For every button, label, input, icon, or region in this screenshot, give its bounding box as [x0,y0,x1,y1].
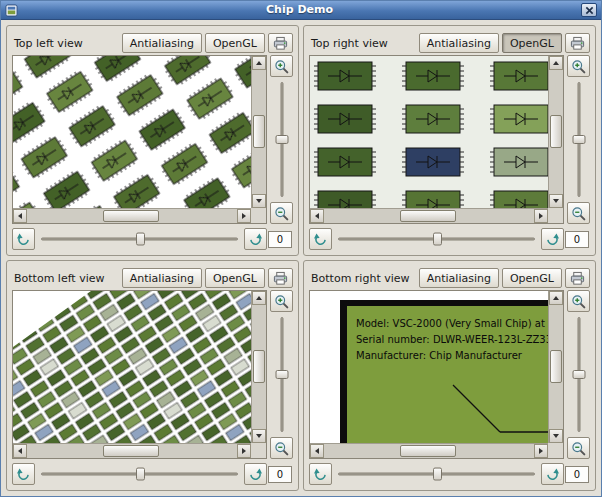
rotate-right-button[interactable] [244,463,267,485]
horizontal-scrollbar[interactable] [13,443,251,458]
rotation-spinbox[interactable]: 0 [565,466,589,483]
horizontal-scroll-thumb[interactable] [400,210,457,222]
opengl-button[interactable]: OpenGL [205,268,265,288]
vertical-scroll-thumb[interactable] [253,350,265,383]
vertical-scroll-thumb[interactable] [550,115,562,148]
opengl-button[interactable]: OpenGL [502,33,562,53]
vertical-scrollbar[interactable] [548,291,563,443]
zoom-out-button[interactable] [567,202,590,224]
vertical-scroll-track[interactable] [252,305,266,429]
scroll-up-button[interactable] [549,291,563,305]
graphics-view[interactable]: Model: VSC-2000 (Very Small Chip) at 9 S… [309,290,564,459]
rotation-spinbox[interactable]: 0 [268,231,292,248]
opengl-button[interactable]: OpenGL [205,33,265,53]
scroll-right-button[interactable] [237,444,251,458]
panel-header: Bottom right view Antialiasing OpenGL [309,266,590,290]
rotate-right-button[interactable] [244,228,267,250]
horizontal-scroll-thumb[interactable] [400,445,457,457]
rotate-right-button[interactable] [541,463,564,485]
graphics-view[interactable] [309,55,564,224]
print-button[interactable] [268,33,293,53]
rotate-slider[interactable] [336,230,537,248]
rotate-left-button[interactable] [309,228,332,250]
horizontal-scrollbar[interactable] [13,208,251,223]
zoom-out-button[interactable] [567,437,590,459]
scroll-up-button[interactable] [252,56,266,70]
horizontal-scrollbar[interactable] [310,208,548,223]
scroll-right-button[interactable] [534,209,548,223]
horizontal-scroll-thumb[interactable] [103,210,160,222]
scroll-right-button[interactable] [237,209,251,223]
rotate-slider[interactable] [39,465,240,483]
horizontal-scrollbar[interactable] [310,443,548,458]
zoom-slider[interactable] [571,314,587,435]
slider-handle[interactable] [136,233,145,246]
vertical-scroll-thumb[interactable] [253,115,265,148]
slider-handle[interactable] [572,370,585,379]
rotate-left-button[interactable] [309,463,332,485]
close-button[interactable] [581,3,597,17]
scroll-up-button[interactable] [549,56,563,70]
vertical-scroll-thumb[interactable] [550,350,562,383]
slider-handle[interactable] [433,468,442,481]
zoom-in-button[interactable] [567,55,590,77]
slider-handle[interactable] [275,135,288,144]
opengl-button[interactable]: OpenGL [502,268,562,288]
antialiasing-button[interactable]: Antialiasing [122,268,202,288]
scroll-left-button[interactable] [13,209,27,223]
horizontal-scroll-track[interactable] [27,444,237,458]
window-icon [5,4,18,17]
horizontal-scroll-track[interactable] [324,444,534,458]
slider-handle[interactable] [433,233,442,246]
slider-handle[interactable] [572,135,585,144]
vertical-scrollbar[interactable] [251,56,266,208]
vertical-scrollbar[interactable] [548,56,563,208]
zoom-in-button[interactable] [270,55,293,77]
print-button[interactable] [565,33,590,53]
panel-title: Top right view [309,37,416,50]
print-button[interactable] [565,268,590,288]
graphics-view[interactable] [12,290,267,459]
slider-handle[interactable] [136,468,145,481]
scroll-left-button[interactable] [310,209,324,223]
vertical-scroll-track[interactable] [549,305,563,429]
horizontal-scroll-thumb[interactable] [103,445,160,457]
antialiasing-button[interactable]: Antialiasing [419,268,499,288]
rotate-right-button[interactable] [541,228,564,250]
rotate-slider[interactable] [336,465,537,483]
window-titlebar[interactable]: Chip Demo [1,1,601,20]
scroll-left-button[interactable] [310,444,324,458]
rotation-spinbox[interactable]: 0 [268,466,292,483]
zoom-in-button[interactable] [270,290,293,312]
scroll-down-button[interactable] [549,429,563,443]
scroll-down-button[interactable] [252,429,266,443]
zoom-out-button[interactable] [270,202,293,224]
zoom-out-button[interactable] [270,437,293,459]
zoom-in-button[interactable] [567,290,590,312]
zoom-slider[interactable] [571,79,587,200]
rotate-left-button[interactable] [12,463,35,485]
antialiasing-button[interactable]: Antialiasing [419,33,499,53]
scroll-left-button[interactable] [13,444,27,458]
vertical-scrollbar[interactable] [251,291,266,443]
print-button[interactable] [268,268,293,288]
zoom-slider[interactable] [274,314,290,435]
down-arrow-icon [256,199,262,203]
rotate-left-button[interactable] [12,228,35,250]
scroll-down-button[interactable] [549,194,563,208]
horizontal-scroll-track[interactable] [324,209,534,223]
rotation-spinbox[interactable]: 0 [565,231,589,248]
zoom-slider[interactable] [274,79,290,200]
horizontal-scroll-track[interactable] [27,209,237,223]
rotate-slider[interactable] [39,230,240,248]
zoom-controls [564,290,590,459]
graphics-view[interactable] [12,55,267,224]
vertical-scroll-track[interactable] [252,70,266,194]
antialiasing-button[interactable]: Antialiasing [122,33,202,53]
scroll-right-button[interactable] [534,444,548,458]
slider-handle[interactable] [275,370,288,379]
rotate-controls [12,459,267,485]
scroll-down-button[interactable] [252,194,266,208]
vertical-scroll-track[interactable] [549,70,563,194]
scroll-up-button[interactable] [252,291,266,305]
